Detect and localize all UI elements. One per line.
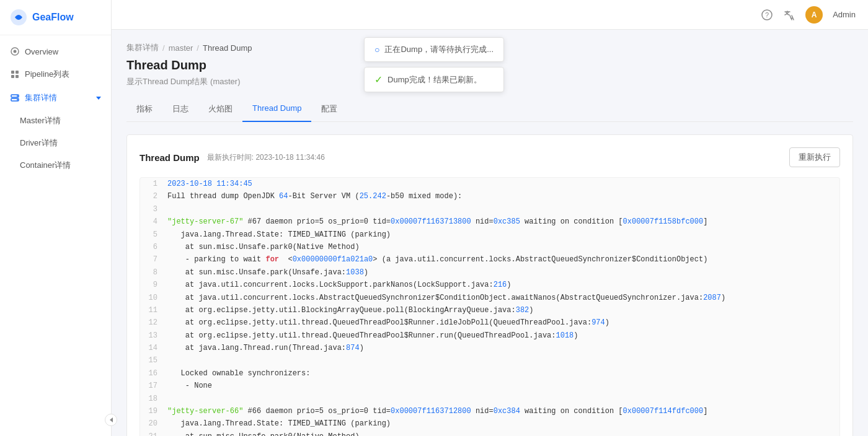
sidebar-item-driver[interactable]: Driver详情 [0,132,111,154]
svg-rect-5 [11,75,14,78]
home-icon [10,46,20,56]
tab-config[interactable]: 配置 [311,97,347,122]
toast-container: ○ 正在Dump，请等待执行完成... ✓ Dump完成！结果已刷新。 [364,37,504,92]
sidebar-cluster-header[interactable]: 集群详情 [0,86,111,110]
sidebar-group-cluster: 集群详情 Master详情 Driver详情 Container详情 [0,86,111,177]
code-line-17: 17 - None [140,380,839,392]
sidebar-cluster-label: 集群详情 [25,92,57,103]
breadcrumb-cluster[interactable]: 集群详情 [126,42,159,53]
code-line-11: 11 at org.eclipse.jetty.util.BlockingArr… [140,304,839,316]
code-line-16: 16 Locked ownable synchronizers: [140,367,839,380]
svg-point-9 [17,95,18,97]
svg-text:?: ? [765,11,769,19]
tab-thread[interactable]: Thread Dump [242,97,311,122]
sidebar-nav: Overview Pipeline列表 [0,35,111,426]
grid-icon [10,69,20,79]
thread-dump-meta: 最新执行时间: 2023-10-18 11:34:46 [207,152,325,163]
server-icon [10,93,20,103]
code-line-10: 10 at java.util.concurrent.locks.Abstrac… [140,292,839,304]
code-line-4: 4 "jetty-server-67" #67 daemon prio=5 os… [140,216,839,228]
sidebar-overview-label: Overview [25,47,58,56]
svg-rect-3 [11,71,14,74]
code-line-19: 19 "jetty-server-66" #66 daemon prio=5 o… [140,405,839,417]
chevron-down-icon [96,97,101,100]
tab-flame[interactable]: 火焰图 [198,97,242,122]
sidebar-sub-items: Master详情 Driver详情 Container详情 [0,110,111,177]
code-line-1: 1 2023-10-18 11:34:45 [140,178,839,190]
sidebar-pipeline-label: Pipeline列表 [25,69,69,80]
sidebar-logo: GeaFlow [0,0,111,35]
code-line-12: 12 at org.eclipse.jetty.util.thread.Queu… [140,316,839,329]
svg-rect-6 [16,75,19,78]
logo-text: GeaFlow [32,12,74,23]
code-line-7: 7 - parking to wait for <0x00000000f1a02… [140,253,839,266]
code-line-14: 14 at java.lang.Thread.run(Thread.java:8… [140,342,839,354]
username-label: Admin [833,10,856,19]
check-icon: ✓ [374,74,383,85]
svg-point-10 [17,99,18,100]
code-line-15: 15 [140,354,839,367]
tab-metrics[interactable]: 指标 [126,97,162,122]
svg-rect-4 [16,71,19,74]
sidebar-item-container[interactable]: Container详情 [0,154,111,177]
code-line-3: 3 [140,203,839,216]
code-line-8: 8 at sun.misc.Unsafe.park(Unsafe.java:10… [140,266,839,279]
translate-icon[interactable] [783,9,795,21]
code-line-6: 6 at sun.misc.Unsafe.park0(Native Method… [140,241,839,253]
code-line-5: 5 java.lang.Thread.State: TIMED_WAITING … [140,229,839,241]
logo-icon [10,9,27,26]
toast-dumping: ○ 正在Dump，请等待执行完成... [364,37,504,62]
code-line-9: 9 at java.util.concurrent.locks.LockSupp… [140,279,839,291]
code-line-13: 13 at org.eclipse.jetty.util.thread.Queu… [140,329,839,342]
toast-dumping-text: 正在Dump，请等待执行完成... [384,44,494,55]
thread-dump-header: Thread Dump 最新执行时间: 2023-10-18 11:34:46 … [140,147,840,167]
avatar: A [805,6,823,24]
tab-logs[interactable]: 日志 [162,97,198,122]
thread-dump-panel: Thread Dump 最新执行时间: 2023-10-18 11:34:46 … [126,134,853,436]
thread-dump-title: Thread Dump [140,152,200,163]
code-block: 1 2023-10-18 11:34:45 2 Full thread dump… [140,177,840,436]
topbar-right: ? A Admin [761,6,856,24]
topbar: ? A Admin [112,0,868,30]
thread-dump-title-wrap: Thread Dump 最新执行时间: 2023-10-18 11:34:46 [140,152,325,163]
code-line-20: 20 java.lang.Thread.State: TIMED_WAITING… [140,417,839,430]
breadcrumb-current: Thread Dump [203,43,252,53]
sidebar-item-master[interactable]: Master详情 [0,110,111,132]
breadcrumb-sep-1: / [162,43,165,53]
breadcrumb-master[interactable]: master [169,43,193,53]
help-icon[interactable]: ? [761,9,773,21]
collapse-icon [110,417,113,422]
breadcrumb-sep-2: / [197,43,199,53]
code-line-21: 21 at sun.misc.Unsafe.park0(Native Metho… [140,430,839,436]
sidebar: GeaFlow Overview Pipeline列表 [0,0,112,436]
code-line-2: 2 Full thread dump OpenJDK 64-Bit Server… [140,190,839,203]
sidebar-item-overview[interactable]: Overview [0,40,111,63]
sidebar-collapse-btn[interactable] [105,414,117,426]
sidebar-item-pipeline[interactable]: Pipeline列表 [0,63,111,86]
code-line-18: 18 [140,393,839,405]
tabs: 指标 日志 火焰图 Thread Dump 配置 [126,97,853,122]
toast-success-text: Dump完成！结果已刷新。 [388,74,482,85]
loading-icon: ○ [374,45,379,54]
toast-success: ✓ Dump完成！结果已刷新。 [364,67,504,92]
re-execute-button[interactable]: 重新执行 [789,147,840,167]
svg-point-2 [14,50,17,53]
